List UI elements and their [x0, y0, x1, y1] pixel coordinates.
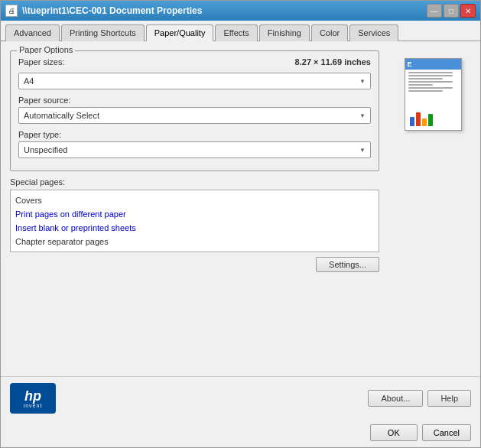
paper-sizes-label: Paper sizes: [18, 57, 65, 67]
paper-type-selected: Unspecified [24, 145, 67, 154]
paper-size-value: 8.27 × 11.69 inches [295, 57, 371, 67]
paper-line-3 [408, 78, 444, 80]
special-pages-item-covers: Covers [14, 193, 375, 207]
tab-printing-shortcuts[interactable]: Printing Shortcuts [61, 24, 145, 41]
paper-source-arrow-icon: ▼ [359, 112, 366, 119]
paper-line-6 [408, 87, 453, 89]
paper-preview: E [405, 58, 462, 131]
hp-logo-text: hp [24, 389, 41, 403]
footer: hp invent About... Help [1, 376, 480, 420]
window-icon: 🖨 [5, 5, 18, 17]
paper-options-title: Paper Options [17, 45, 75, 54]
paper-source-dropdown[interactable]: Automatically Select ▼ [18, 107, 371, 124]
special-pages-list: Covers Print pages on different paper In… [10, 190, 379, 252]
paper-type-label: Paper type: [18, 130, 371, 139]
left-panel: Paper Options Paper sizes: 8.27 × 11.69 … [10, 50, 379, 367]
tab-effects[interactable]: Effects [215, 24, 257, 41]
paper-source-label: Paper source: [18, 96, 371, 105]
close-button[interactable]: ✕ [460, 4, 476, 18]
ok-button[interactable]: OK [370, 424, 418, 441]
footer-buttons: About... Help [368, 390, 471, 407]
special-pages-section: Special pages: Covers Print pages on dif… [10, 177, 379, 272]
main-content: Paper Options Paper sizes: 8.27 × 11.69 … [1, 41, 480, 376]
help-button[interactable]: Help [427, 390, 471, 407]
title-controls: — □ ✕ [427, 4, 476, 18]
paper-source-selected: Automatically Select [24, 111, 99, 120]
paper-type-dropdown[interactable]: Unspecified ▼ [18, 141, 371, 158]
paper-size-dropdown[interactable]: A4 ▼ [18, 73, 371, 89]
cancel-button[interactable]: Cancel [422, 424, 471, 441]
window-title: \\tueprint1\CEC-001 Document Properties [22, 5, 202, 16]
paper-size-selected: A4 [24, 76, 34, 86]
tab-bar: Advanced Printing Shortcuts Paper/Qualit… [1, 21, 480, 41]
bottom-buttons: OK Cancel [1, 420, 480, 447]
settings-button[interactable]: Settings... [316, 257, 379, 272]
chart-bar [416, 112, 421, 126]
chart-bar [422, 118, 427, 126]
about-button[interactable]: About... [368, 390, 423, 407]
title-bar-left: 🖨 \\tueprint1\CEC-001 Document Propertie… [5, 5, 202, 17]
paper-preview-header: E [405, 59, 461, 70]
paper-options-group: Paper Options Paper sizes: 8.27 × 11.69 … [10, 50, 379, 171]
right-panel: E [395, 50, 471, 367]
special-pages-label: Special pages: [10, 177, 379, 187]
document-properties-window: 🖨 \\tueprint1\CEC-001 Document Propertie… [0, 0, 481, 448]
main-area: Paper Options Paper sizes: 8.27 × 11.69 … [10, 50, 471, 367]
hp-invent-text: invent [24, 403, 43, 408]
paper-lines [405, 70, 461, 94]
paper-line-2 [408, 75, 453, 76]
paper-size-row: Paper sizes: 8.27 × 11.69 inches [18, 57, 371, 67]
title-bar: 🖨 \\tueprint1\CEC-001 Document Propertie… [1, 1, 480, 21]
paper-line-4 [408, 81, 453, 83]
paper-size-arrow-icon: ▼ [359, 78, 366, 85]
special-pages-item-chapter: Chapter separator pages [14, 235, 375, 248]
maximize-button[interactable]: □ [444, 4, 459, 18]
paper-chart [410, 109, 433, 126]
paper-line-1 [408, 72, 453, 73]
settings-btn-row: Settings... [10, 257, 379, 272]
tab-paper-quality[interactable]: Paper/Quality [146, 24, 214, 41]
tab-finishing[interactable]: Finishing [259, 24, 310, 41]
tab-advanced[interactable]: Advanced [5, 24, 60, 41]
chart-bar [428, 114, 433, 126]
paper-type-arrow-icon: ▼ [359, 147, 366, 154]
special-pages-item-print-pages[interactable]: Print pages on different paper [14, 207, 375, 221]
preview-header-letter: E [408, 60, 412, 68]
minimize-button[interactable]: — [427, 4, 442, 18]
special-pages-item-insert-blank[interactable]: Insert blank or preprinted sheets [14, 221, 375, 235]
tab-color[interactable]: Color [311, 24, 348, 41]
tab-services[interactable]: Services [349, 24, 398, 41]
paper-line-7 [408, 90, 444, 92]
paper-line-5 [408, 84, 434, 86]
chart-bar [410, 117, 414, 126]
hp-logo: hp invent [10, 383, 56, 414]
